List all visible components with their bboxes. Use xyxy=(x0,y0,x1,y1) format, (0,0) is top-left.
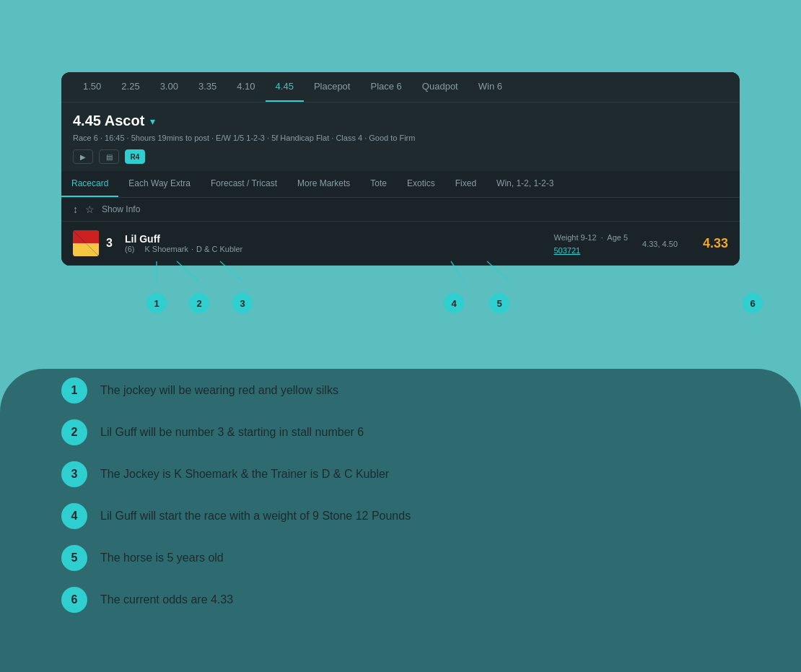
horse-silk xyxy=(73,230,99,256)
dot-separator: · xyxy=(191,245,193,253)
callout-dot-4: 4 xyxy=(444,293,464,313)
annotation-number-5: 5 xyxy=(61,545,87,571)
horse-trainer: D & C Kubler xyxy=(196,245,242,253)
annotations-section: 1 The jockey will be wearing red and yel… xyxy=(61,378,740,629)
annotation-text-3: The Jockey is K Shoemark & the Trainer i… xyxy=(100,468,389,481)
race-title-text: 4.45 Ascot xyxy=(73,113,144,129)
horse-jockey: K Shoemark xyxy=(144,245,188,253)
svg-rect-1 xyxy=(73,243,99,256)
race-title-row: 4.45 Ascot ▾ xyxy=(73,113,728,129)
horse-weight-age-block: Weight 9-12 · Age 5 503721 xyxy=(553,230,628,256)
annotation-number-6: 6 xyxy=(61,587,87,613)
horse-name: Lil Guff xyxy=(125,233,160,245)
race-tab-win6[interactable]: Win 6 xyxy=(468,72,512,102)
annotation-text-4: Lil Guff will start the race with a weig… xyxy=(100,510,411,523)
callout-dot-6: 6 xyxy=(743,293,763,313)
callout-dot-1: 1 xyxy=(146,293,167,313)
horse-stall: (6) xyxy=(125,245,134,253)
race-card: 1.50 2.25 3.00 3.35 4.10 4.45 Placepot P… xyxy=(61,72,740,266)
show-info-button[interactable]: Show Info xyxy=(102,204,140,214)
sub-tab-more-markets[interactable]: More Markets xyxy=(287,171,360,197)
sub-tab-exotics[interactable]: Exotics xyxy=(397,171,445,197)
star-icon[interactable]: ☆ xyxy=(85,204,95,215)
annotation-number-4: 4 xyxy=(61,503,87,529)
horse-row: 3 Lil Guff (6) K Shoemark · D & C Kubler… xyxy=(61,222,740,266)
chevron-down-icon[interactable]: ▾ xyxy=(150,115,155,127)
annotation-text-2: Lil Guff will be number 3 & starting in … xyxy=(100,426,364,439)
annotation-text-6: The current odds are 4.33 xyxy=(100,593,233,606)
annotation-item-1: 1 The jockey will be wearing red and yel… xyxy=(61,378,740,403)
race-tab-quadpot[interactable]: Quadpot xyxy=(412,72,468,102)
annotation-item-2: 2 Lil Guff will be number 3 & starting i… xyxy=(61,419,740,445)
horse-id-link[interactable]: 503721 xyxy=(553,246,580,255)
horse-prev-odds-block: 4.33, 4.50 xyxy=(642,237,678,250)
annotation-text-5: The horse is 5 years old xyxy=(100,551,224,564)
sub-tab-tote[interactable]: Tote xyxy=(360,171,397,197)
sort-icon[interactable]: ↕ xyxy=(73,204,78,215)
annotation-item-5: 5 The horse is 5 years old xyxy=(61,545,740,571)
race-tab-410[interactable]: 4.10 xyxy=(227,72,265,102)
race-icon-buttons: ▶ ▤ R4 xyxy=(73,149,728,164)
horse-name-block: Lil Guff (6) K Shoemark · D & C Kubler xyxy=(125,233,242,253)
horse-weight-label: Weight 9-12 · Age 5 xyxy=(553,233,628,242)
sub-tab-fixed[interactable]: Fixed xyxy=(445,171,486,197)
annotation-item-4: 4 Lil Guff will start the race with a we… xyxy=(61,503,740,529)
callout-dot-2: 2 xyxy=(189,293,209,313)
racecard-icon-button[interactable]: ▤ xyxy=(99,149,119,164)
horse-current-odds[interactable]: 4.33 xyxy=(692,236,728,251)
annotation-item-3: 3 The Jockey is K Shoemark & the Trainer… xyxy=(61,461,740,487)
race-tab-225[interactable]: 2.25 xyxy=(111,72,149,102)
sub-tab-racecard[interactable]: Racecard xyxy=(61,171,118,197)
race-meta: Race 6 · 16:45 · 5hours 19mins to post ·… xyxy=(73,134,728,142)
race-header: 4.45 Ascot ▾ Race 6 · 16:45 · 5hours 19m… xyxy=(61,102,740,171)
race-tab-150[interactable]: 1.50 xyxy=(73,72,111,102)
annotation-number-3: 3 xyxy=(61,461,87,487)
horse-prev-odds: 4.33, 4.50 xyxy=(642,240,678,248)
horse-info-section: Weight 9-12 · Age 5 503721 4.33, 4.50 4.… xyxy=(553,230,728,256)
sub-tabs: Racecard Each Way Extra Forecast / Trica… xyxy=(61,171,740,198)
r4-badge-button[interactable]: R4 xyxy=(125,149,145,164)
race-tabs: 1.50 2.25 3.00 3.35 4.10 4.45 Placepot P… xyxy=(61,72,740,102)
annotation-text-1: The jockey will be wearing red and yello… xyxy=(100,384,338,397)
race-tab-335[interactable]: 3.35 xyxy=(188,72,227,102)
race-tab-place6[interactable]: Place 6 xyxy=(360,72,411,102)
race-tab-placepot[interactable]: Placepot xyxy=(304,72,361,102)
sub-tab-forecast-tricast[interactable]: Forecast / Tricast xyxy=(201,171,287,197)
svg-rect-0 xyxy=(73,230,99,243)
annotation-number-1: 1 xyxy=(61,378,87,403)
toolbar: ↕ ☆ Show Info xyxy=(61,198,740,222)
annotation-number-2: 2 xyxy=(61,419,87,445)
race-tab-445[interactable]: 4.45 xyxy=(266,72,304,102)
callout-dot-5: 5 xyxy=(489,293,509,313)
video-icon-button[interactable]: ▶ xyxy=(73,149,93,164)
sub-tab-win-123[interactable]: Win, 1-2, 1-2-3 xyxy=(486,171,564,197)
race-tab-300[interactable]: 3.00 xyxy=(150,72,188,102)
horse-number: 3 xyxy=(106,237,121,250)
annotation-item-6: 6 The current odds are 4.33 xyxy=(61,587,740,613)
sub-tab-each-way-extra[interactable]: Each Way Extra xyxy=(118,171,201,197)
callout-dot-3: 3 xyxy=(232,293,253,313)
